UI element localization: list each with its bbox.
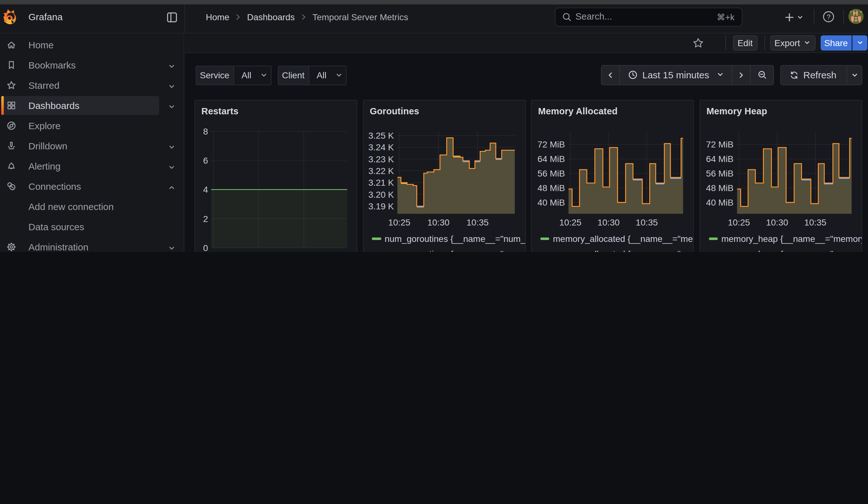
svg-text:6: 6 — [203, 156, 208, 165]
svg-text:10:35: 10:35 — [804, 218, 826, 227]
svg-text:?: ? — [826, 13, 830, 21]
svg-text:64 MiB: 64 MiB — [706, 154, 734, 164]
svg-text:10:25: 10:25 — [560, 218, 582, 227]
svg-text:72 MiB: 72 MiB — [538, 140, 565, 150]
svg-text:10:30: 10:30 — [598, 218, 620, 227]
svg-text:3.20 K: 3.20 K — [368, 190, 394, 199]
svg-text:10:25: 10:25 — [728, 218, 750, 227]
svg-text:40 MiB: 40 MiB — [706, 198, 734, 207]
svg-text:0: 0 — [203, 243, 208, 252]
svg-text:3.23 K: 3.23 K — [368, 154, 394, 164]
svg-text:3.22 K: 3.22 K — [368, 166, 394, 176]
svg-text:3.24 K: 3.24 K — [368, 142, 394, 152]
svg-text:48 MiB: 48 MiB — [538, 183, 565, 193]
svg-text:8: 8 — [203, 127, 208, 136]
svg-text:72 MiB: 72 MiB — [706, 140, 734, 150]
svg-text:48 MiB: 48 MiB — [706, 183, 734, 193]
svg-text:3.25 K: 3.25 K — [368, 131, 394, 141]
svg-text:10:25: 10:25 — [388, 218, 410, 227]
svg-text:56 MiB: 56 MiB — [538, 169, 565, 178]
svg-text:2: 2 — [203, 214, 208, 224]
svg-text:3.19 K: 3.19 K — [368, 202, 394, 211]
svg-text:64 MiB: 64 MiB — [538, 154, 565, 164]
svg-text:40 MiB: 40 MiB — [538, 198, 565, 207]
svg-text:3.21 K: 3.21 K — [368, 178, 394, 187]
svg-text:10:35: 10:35 — [636, 218, 658, 227]
svg-text:56 MiB: 56 MiB — [706, 169, 734, 178]
svg-text:10:30: 10:30 — [766, 218, 788, 227]
svg-text:10:30: 10:30 — [427, 218, 449, 227]
svg-text:10:35: 10:35 — [466, 218, 488, 227]
svg-text:4: 4 — [203, 185, 208, 195]
